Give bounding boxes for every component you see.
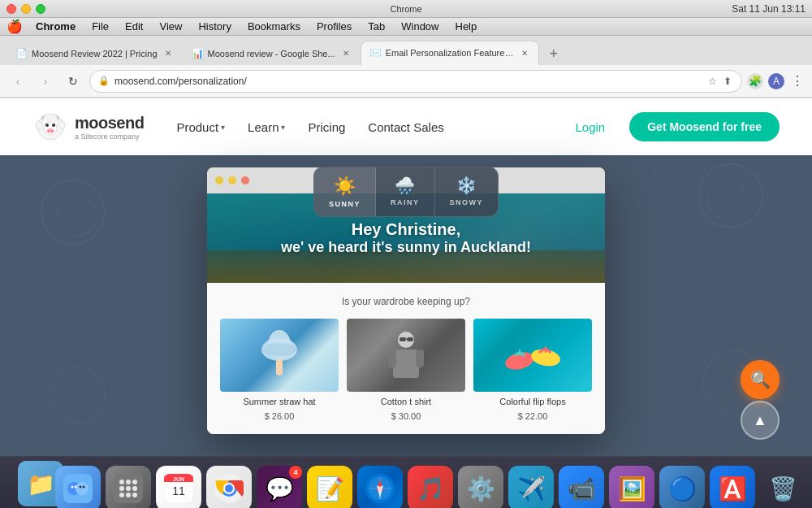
site-logo[interactable]: moosend a Sitecore company <box>32 109 144 145</box>
menu-help[interactable]: Help <box>449 20 484 33</box>
product-arrow-icon: ▾ <box>221 123 225 132</box>
svg-text:11: 11 <box>172 484 185 497</box>
profile-icon[interactable]: A <box>768 73 784 89</box>
title-bar-center: Chrome <box>390 4 421 14</box>
dock-launchpad[interactable] <box>106 466 151 508</box>
dock-music[interactable]: 🎵 <box>408 466 453 508</box>
menu-history[interactable]: History <box>192 20 237 33</box>
svg-rect-15 <box>393 350 419 378</box>
menu-bookmarks[interactable]: Bookmarks <box>241 20 307 33</box>
search-fab-button[interactable]: 🔍 <box>741 360 780 399</box>
dock-finder[interactable] <box>55 466 101 508</box>
svg-rect-18 <box>400 337 406 341</box>
product-flips-name: Colorful flip flops <box>499 397 565 406</box>
macos-title-bar: Chrome Sat 11 Jun 13:11 <box>0 0 812 18</box>
url-bar[interactable]: 🔒 moosend.com/personalization/ ☆ ⬆ <box>89 70 742 93</box>
forward-button[interactable]: › <box>34 70 57 93</box>
moosend-logo-icon <box>32 109 68 145</box>
product-hat-name: Summer straw hat <box>243 397 315 406</box>
svg-point-27 <box>76 482 89 495</box>
menu-file[interactable]: File <box>85 20 115 33</box>
nav-product[interactable]: Product ▾ <box>176 120 225 134</box>
dock-slack[interactable]: 💬 4 <box>257 466 302 508</box>
tab-title-1: Moosend Review 2022 | Pricing <box>32 49 158 59</box>
safari-icon <box>365 474 395 503</box>
weather-option-snowy[interactable]: ❄️ SNOWY <box>435 167 499 216</box>
apple-menu[interactable]: 🍎 <box>6 19 23 34</box>
tab-favicon-2: 📊 <box>192 48 203 59</box>
bookmark-button[interactable]: ☆ <box>706 74 719 89</box>
svg-point-36 <box>119 486 124 491</box>
deco-circle-1 <box>41 180 106 245</box>
dock-trash[interactable]: 🗑️ <box>760 466 806 508</box>
more-options-icon[interactable]: ⋮ <box>789 73 806 89</box>
calendar-icon: JUN 11 <box>164 474 193 503</box>
tab-personalization-active[interactable]: ✉️ Email Personalization Features... ✕ <box>361 41 539 65</box>
tab-close-1[interactable]: ✕ <box>162 48 174 59</box>
maximize-window-button[interactable] <box>36 4 45 14</box>
menu-profiles[interactable]: Profiles <box>310 20 358 33</box>
window-controls[interactable] <box>6 4 45 14</box>
tab-close-3[interactable]: ✕ <box>519 47 530 59</box>
logo-sub: a Sitecore company <box>75 132 144 141</box>
svg-point-34 <box>126 480 131 484</box>
email-hero-line2: we' ve heard it's sunny in Auckland! <box>281 239 531 256</box>
svg-point-38 <box>132 486 137 491</box>
svg-point-7 <box>51 130 53 132</box>
shirt-svg <box>382 327 430 384</box>
back-button[interactable]: ‹ <box>6 70 29 93</box>
dock-system-preferences[interactable]: ⚙️ <box>458 466 503 508</box>
tab-close-2[interactable]: ✕ <box>340 48 352 59</box>
product-shirt: Cotton t shirt $ 30.00 <box>347 319 465 421</box>
snowy-label: SNOWY <box>450 198 484 206</box>
product-grid: Summer straw hat $ 26.00 <box>220 319 592 421</box>
login-button[interactable]: Login <box>563 114 619 141</box>
menu-window[interactable]: Window <box>395 20 445 33</box>
new-tab-button[interactable]: + <box>542 42 565 65</box>
share-button[interactable]: ⬆ <box>722 74 733 89</box>
svg-rect-16 <box>388 350 396 367</box>
url-actions: ☆ ⬆ <box>706 74 733 89</box>
svg-text:JUN: JUN <box>173 476 184 482</box>
menu-chrome[interactable]: Chrome <box>29 20 82 33</box>
dock-safari[interactable] <box>357 466 403 508</box>
telegram-icon: ✈️ <box>517 475 546 502</box>
svg-point-31 <box>83 486 85 488</box>
get-moosend-free-button[interactable]: Get Moosend for free <box>629 112 780 141</box>
chrome-label: Chrome <box>390 4 421 14</box>
tab-google-sheets[interactable]: 📊 Moosend review - Google She... ✕ <box>183 41 361 65</box>
dock-telegram[interactable]: ✈️ <box>508 466 554 508</box>
weather-widget[interactable]: ☀️ SUNNY 🌧️ RAINY ❄️ SNOWY <box>313 167 499 217</box>
product-flips-image <box>473 319 592 392</box>
extensions-icon[interactable]: 🧩 <box>747 73 763 89</box>
svg-point-4 <box>52 124 55 127</box>
scroll-to-top-button[interactable]: ▲ <box>741 401 780 440</box>
svg-point-39 <box>119 493 124 497</box>
svg-point-30 <box>80 486 82 488</box>
dock-app-store[interactable]: 🅰️ <box>710 466 755 508</box>
tab-title-2: Moosend review - Google She... <box>208 49 335 59</box>
svg-point-12 <box>261 343 297 356</box>
dock-calendar[interactable]: JUN 11 <box>156 466 201 508</box>
weather-option-sunny[interactable]: ☀️ SUNNY <box>314 167 376 216</box>
tab-moosend-review[interactable]: 📄 Moosend Review 2022 | Pricing ✕ <box>6 41 183 65</box>
minimize-window-button[interactable] <box>21 4 31 14</box>
menu-view[interactable]: View <box>153 20 188 33</box>
dock-notes[interactable]: 📝 <box>307 466 352 508</box>
nav-pricing[interactable]: Pricing <box>308 120 345 134</box>
dock-zoom[interactable]: 📹 <box>559 466 604 508</box>
dock-preview[interactable]: 🖼️ <box>609 466 654 508</box>
product-hat: Summer straw hat $ 26.00 <box>220 319 339 421</box>
nav-learn[interactable]: Learn ▾ <box>248 120 285 134</box>
dock-nordvpn[interactable]: 🔵 <box>659 466 705 508</box>
menu-edit[interactable]: Edit <box>119 20 149 33</box>
weather-option-rainy[interactable]: 🌧️ RAINY <box>376 167 435 216</box>
close-window-button[interactable] <box>6 4 16 14</box>
dock-chrome[interactable] <box>206 466 252 508</box>
reload-button[interactable]: ↻ <box>62 70 84 93</box>
menu-tab[interactable]: Tab <box>361 20 391 33</box>
nav-contact[interactable]: Contact Sales <box>368 120 443 134</box>
site-content-area: ☀️ SUNNY 🌧️ RAINY ❄️ SNOWY <box>0 155 812 456</box>
product-hat-price: $ 26.00 <box>265 411 295 421</box>
svg-rect-17 <box>416 350 424 367</box>
